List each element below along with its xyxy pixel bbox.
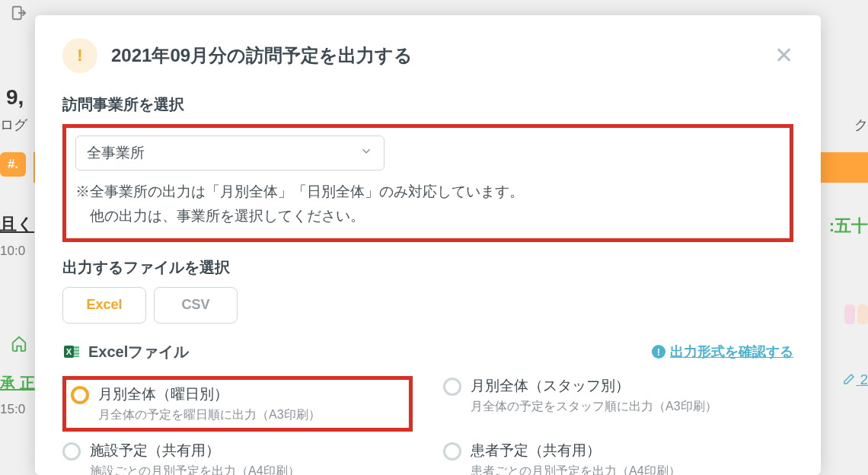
svg-rect-4	[74, 349, 79, 352]
close-button[interactable]: ✕	[774, 44, 793, 67]
svg-rect-3	[74, 346, 79, 349]
radio-icon	[62, 442, 81, 461]
excel-icon: X	[62, 343, 81, 361]
option-title: 施設予定（共有用）	[90, 441, 300, 461]
option-monthly-weekday[interactable]: 月別全体（曜日別） 月全体の予定を曜日順に出力（A3印刷）	[71, 384, 398, 423]
section-file-label: 出力するファイルを選択	[62, 257, 793, 278]
alert-icon: !	[62, 38, 97, 73]
bg-link: 且く	[0, 213, 34, 236]
office-select[interactable]: 全事業所	[75, 135, 385, 171]
confirm-format-label: 出力形式を確認する	[670, 343, 793, 361]
option-monthly-staff[interactable]: 月別全体（スタッフ別） 月全体の予定をスタッフ順に出力（A3印刷）	[443, 376, 793, 432]
file-section-header: X Excelファイル ! 出力形式を確認する	[62, 342, 793, 362]
svg-text:X: X	[66, 347, 72, 356]
export-modal: ! 2021年09月分の訪問予定を出力する ✕ 訪問事業所を選択 全事業所 ※全…	[35, 15, 821, 475]
section-office-label: 訪問事業所を選択	[62, 94, 793, 115]
option-desc: 患者ごとの月別予定を出力（A4印刷）	[471, 464, 681, 475]
svg-rect-5	[74, 352, 79, 355]
option-texts: 月別全体（スタッフ別） 月全体の予定をスタッフ順に出力（A3印刷）	[471, 376, 717, 415]
option-texts: 月別全体（曜日別） 月全体の予定を曜日順に出力（A3印刷）	[98, 384, 321, 423]
annotation-option-box: 月別全体（曜日別） 月全体の予定を曜日順に出力（A3印刷）	[62, 376, 413, 432]
radio-icon	[443, 378, 461, 396]
office-note-line2: 他の出力は、事業所を選択してください。	[75, 204, 780, 228]
bg-approve: 承 正	[0, 373, 35, 394]
radio-icon	[443, 442, 461, 461]
radio-icon	[71, 386, 89, 404]
bg-right-1: ク	[854, 116, 868, 134]
svg-rect-6	[74, 355, 79, 357]
option-title: 月別全体（曜日別）	[98, 384, 321, 404]
file-header-left: X Excelファイル	[62, 342, 189, 362]
option-desc: 月全体の予定を曜日順に出力（A3印刷）	[98, 407, 321, 423]
option-facility-schedule[interactable]: 施設予定（共有用） 施設ごとの月別予定を出力（A4印刷）	[62, 441, 413, 475]
bg-right-2: :五十	[829, 215, 868, 238]
bg-time-2: 15:0	[0, 402, 25, 417]
file-heading: Excelファイル	[88, 342, 189, 362]
confirm-format-link[interactable]: ! 出力形式を確認する	[652, 343, 793, 361]
bg-time-1: 10:0	[0, 244, 25, 259]
exit-icon	[11, 5, 27, 21]
bg-date: 9,	[6, 85, 24, 110]
annotation-office-box: 全事業所 ※全事業所の出力は「月別全体」「日別全体」のみ対応しています。 他の出…	[62, 124, 793, 242]
option-texts: 患者予定（共有用） 患者ごとの月別予定を出力（A4印刷）	[471, 441, 681, 475]
chevron-down-icon	[359, 145, 373, 162]
tab-csv[interactable]: CSV	[154, 287, 238, 324]
info-icon: !	[652, 345, 665, 359]
bg-tag: #.	[0, 152, 26, 177]
file-type-tabs: Excel CSV	[62, 287, 793, 324]
office-note: ※全事業所の出力は「月別全体」「日別全体」のみ対応しています。 他の出力は、事業…	[75, 180, 780, 229]
modal-header: ! 2021年09月分の訪問予定を出力する ✕	[62, 38, 793, 73]
bg-pastel	[842, 304, 868, 324]
option-desc: 施設ごとの月別予定を出力（A4印刷）	[90, 464, 300, 475]
pencil-icon	[842, 372, 856, 386]
office-note-line1: ※全事業所の出力は「月別全体」「日別全体」のみ対応しています。	[75, 183, 524, 199]
bg-log: ログ	[0, 116, 27, 134]
tab-excel[interactable]: Excel	[62, 287, 146, 324]
option-title: 患者予定（共有用）	[471, 441, 681, 461]
export-options: 月別全体（曜日別） 月全体の予定を曜日順に出力（A3印刷） 月別全体（スタッフ別…	[62, 376, 793, 475]
home-icon	[11, 335, 27, 352]
option-patient-schedule[interactable]: 患者予定（共有用） 患者ごとの月別予定を出力（A4印刷）	[443, 441, 793, 475]
option-texts: 施設予定（共有用） 施設ごとの月別予定を出力（A4印刷）	[90, 441, 300, 475]
close-icon: ✕	[774, 43, 793, 68]
bg-edit-text: 2	[860, 371, 868, 387]
option-title: 月別全体（スタッフ別）	[471, 376, 717, 396]
modal-title: 2021年09月分の訪問予定を出力する	[111, 43, 761, 68]
office-select-value: 全事業所	[87, 143, 145, 163]
bg-edit-link: 2	[842, 371, 868, 388]
option-desc: 月全体の予定をスタッフ順に出力（A3印刷）	[471, 399, 717, 415]
